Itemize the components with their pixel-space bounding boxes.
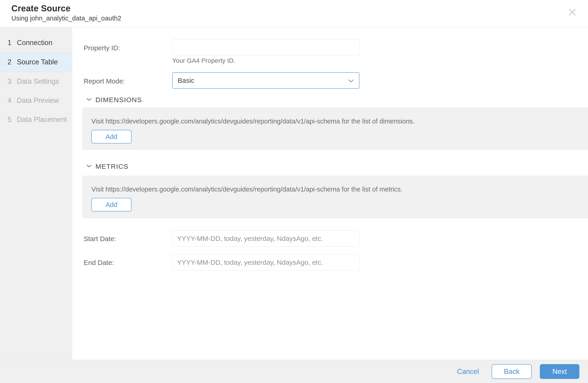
sidebar-step-data-placement[interactable]: 5 Data Placement	[0, 110, 72, 129]
dimensions-info-text: Visit https://developers.google.com/anal…	[91, 118, 415, 125]
chevron-down-icon	[86, 164, 92, 169]
step-label: Data Placement	[17, 115, 67, 124]
steps-sidebar: 1 Connection 2 Source Table 3 Data Setti…	[0, 27, 72, 360]
close-icon	[568, 8, 577, 17]
create-source-modal: Create Source Using john_analytic_data_a…	[0, 0, 588, 383]
modal-footer: Cancel Back Next	[0, 360, 588, 383]
add-metric-button[interactable]: Add	[91, 198, 131, 211]
connection-subtitle: Using john_analytic_data_api_oauth2	[11, 15, 121, 22]
source-table-form: Property ID: Your GA4 Property ID. Repor…	[72, 27, 588, 360]
step-number: 3	[7, 77, 17, 86]
dimensions-section-toggle[interactable]: DIMENSIONS	[86, 96, 142, 104]
metrics-section-toggle[interactable]: METRICS	[86, 163, 129, 170]
page-title: Create Source	[11, 4, 70, 13]
metrics-section-title: METRICS	[95, 163, 129, 170]
report-mode-select[interactable]: Basic	[172, 72, 359, 89]
report-mode-label: Report Mode:	[84, 77, 170, 85]
metrics-panel: Visit https://developers.google.com/anal…	[83, 176, 588, 218]
step-label: Data Preview	[17, 96, 59, 105]
property-id-label: Property ID:	[84, 44, 170, 52]
step-number: 2	[7, 58, 17, 66]
start-date-label: Start Date:	[84, 235, 170, 243]
modal-header: Create Source Using john_analytic_data_a…	[0, 0, 588, 27]
back-button[interactable]: Back	[492, 364, 532, 379]
metrics-info-text: Visit https://developers.google.com/anal…	[91, 186, 403, 193]
dimensions-section-title: DIMENSIONS	[95, 96, 142, 104]
end-date-input[interactable]	[172, 254, 359, 270]
close-button[interactable]	[567, 7, 578, 18]
sidebar-step-data-settings[interactable]: 3 Data Settings	[0, 72, 72, 91]
property-id-help: Your GA4 Property ID.	[172, 57, 235, 64]
step-label: Connection	[17, 39, 52, 47]
sidebar-step-data-preview[interactable]: 4 Data Preview	[0, 91, 72, 110]
step-label: Source Table	[17, 58, 58, 66]
step-number: 4	[7, 96, 17, 105]
chevron-down-icon	[348, 77, 354, 84]
sidebar-step-source-table[interactable]: 2 Source Table	[0, 52, 72, 72]
step-label: Data Settings	[17, 77, 59, 86]
dimensions-panel: Visit https://developers.google.com/anal…	[83, 108, 588, 150]
property-id-input[interactable]	[172, 39, 359, 55]
next-button[interactable]: Next	[540, 364, 579, 379]
sidebar-step-connection[interactable]: 1 Connection	[0, 33, 72, 52]
chevron-down-icon	[86, 98, 92, 102]
report-mode-value: Basic	[178, 77, 348, 84]
end-date-label: End Date:	[84, 259, 170, 267]
add-dimension-button[interactable]: Add	[91, 130, 131, 143]
step-number: 1	[7, 39, 17, 47]
cancel-button[interactable]: Cancel	[457, 367, 479, 376]
start-date-input[interactable]	[172, 230, 359, 247]
step-number: 5	[7, 115, 17, 124]
